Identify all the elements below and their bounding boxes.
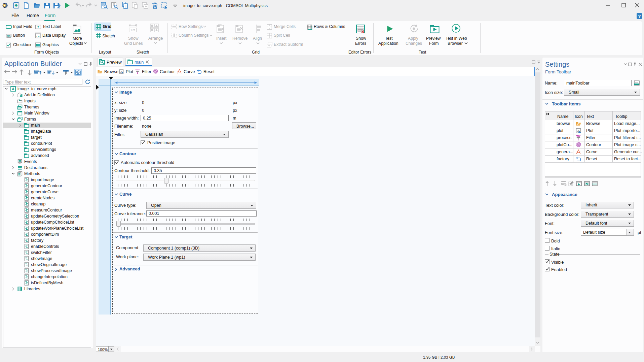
svg-text:1.23: 1.23 bbox=[36, 35, 40, 37]
svg-text:1.23: 1.23 bbox=[130, 29, 135, 31]
svg-text:OK: OK bbox=[7, 35, 10, 37]
svg-text:T: T bbox=[37, 26, 39, 29]
